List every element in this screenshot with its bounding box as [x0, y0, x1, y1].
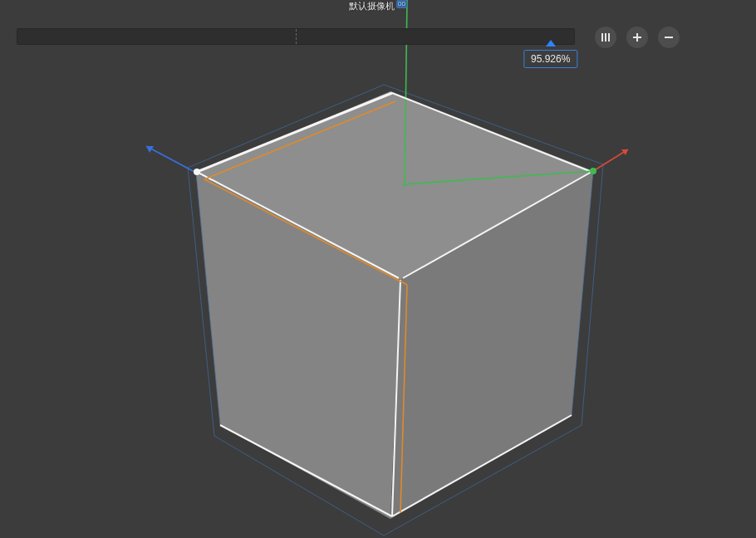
svg-rect-17 — [605, 33, 606, 42]
svg-line-12 — [392, 415, 572, 516]
svg-line-2 — [593, 149, 628, 171]
cube-green-edge — [403, 171, 593, 184]
camera-label: 默认摄像机 00 — [349, 0, 407, 12]
svg-rect-16 — [601, 33, 603, 42]
columns-button[interactable] — [595, 27, 616, 48]
timeline-slider[interactable] — [17, 28, 575, 45]
svg-marker-5 — [146, 146, 154, 153]
svg-line-9 — [197, 172, 399, 278]
svg-line-14 — [400, 285, 407, 513]
slider-tick — [296, 29, 297, 44]
svg-rect-21 — [665, 37, 673, 38]
cube-face-right — [390, 171, 593, 519]
vertex-dot-right — [590, 168, 596, 174]
cube-edges-back — [196, 171, 593, 425]
axis-x-arrow — [593, 149, 628, 171]
plus-icon — [632, 32, 642, 42]
slider-thumb[interactable] — [546, 40, 556, 46]
svg-rect-20 — [633, 37, 641, 38]
svg-line-10 — [392, 280, 400, 516]
svg-line-6 — [197, 93, 392, 172]
remove-button[interactable] — [658, 27, 680, 48]
columns-icon — [601, 32, 611, 42]
cube-face-top — [196, 91, 593, 280]
add-button[interactable] — [626, 27, 648, 48]
toolbar-round-buttons — [595, 27, 680, 48]
svg-line-0 — [196, 173, 220, 425]
vertex-dot-left — [194, 169, 200, 175]
scene-canvas — [0, 0, 756, 538]
viewport-3d[interactable]: 默认摄像机 00 95.926% — [0, 0, 756, 538]
svg-line-13 — [204, 179, 407, 285]
svg-marker-3 — [621, 149, 628, 155]
svg-line-1 — [572, 171, 593, 415]
svg-line-15 — [204, 101, 395, 179]
cube-face-left — [196, 173, 400, 519]
cube-selected-edges — [197, 93, 592, 516]
svg-line-8 — [403, 172, 592, 278]
camera-label-text: 默认摄像机 — [349, 0, 395, 12]
camera-badge: 00 — [396, 0, 407, 8]
minus-icon — [664, 32, 674, 42]
slider-value-text: 95.926% — [531, 53, 570, 65]
svg-rect-18 — [608, 33, 610, 42]
axis-z-arrow — [146, 146, 196, 173]
slider-value: 95.926% — [523, 50, 577, 68]
svg-line-7 — [392, 93, 592, 172]
cube-orange-edges — [204, 101, 407, 513]
cube-outer-outline — [188, 85, 603, 536]
svg-line-4 — [146, 146, 196, 173]
svg-line-11 — [220, 425, 392, 516]
